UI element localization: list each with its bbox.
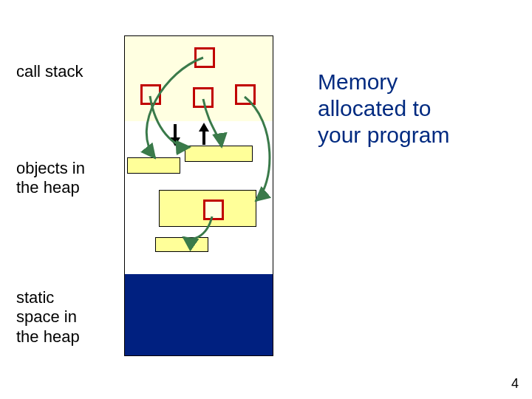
label-objects-heap: objects in the heap <box>16 159 85 198</box>
slide-number: 4 <box>511 376 519 392</box>
stack-pointer-box <box>235 84 256 105</box>
heap-object <box>127 157 180 174</box>
region-static-space <box>125 274 273 355</box>
stack-pointer-box <box>194 47 215 68</box>
heap-object <box>155 237 208 252</box>
heap-object <box>185 146 253 162</box>
heap-pointer-box <box>203 200 224 220</box>
label-static-space: static space in the heap <box>16 288 80 347</box>
stack-pointer-box <box>193 87 214 108</box>
title-memory-allocated: Memory allocated to your program <box>318 69 449 149</box>
label-call-stack: call stack <box>16 62 83 81</box>
slide: { "labels": { "call_stack": "call stack"… <box>0 0 532 399</box>
stack-pointer-box <box>140 84 161 105</box>
